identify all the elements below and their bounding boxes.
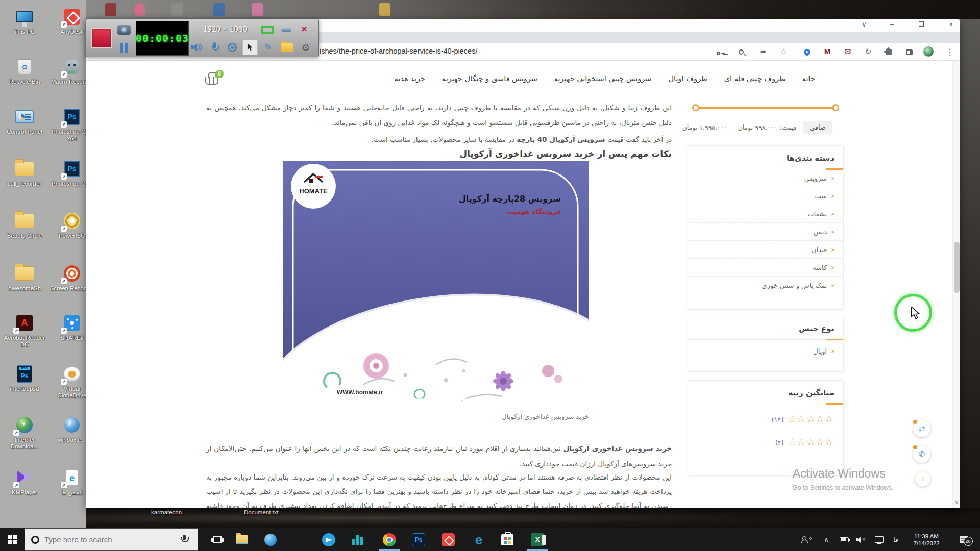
- url-text[interactable]: ishes/the-price-of-archopal-service-is-4…: [320, 47, 477, 55]
- tray-battery[interactable]: [836, 528, 852, 551]
- taskbar-edge[interactable]: e: [467, 528, 491, 551]
- page-scrollbar[interactable]: ∨: [952, 61, 960, 508]
- extension-pin-icon[interactable]: [801, 47, 813, 57]
- rating-row-4-stars[interactable]: ☆☆☆☆☆ (۴): [688, 431, 843, 454]
- desktop-icon-idm[interactable]: ↗ Internet Downloa...: [2, 414, 47, 450]
- side-panel-icon[interactable]: [903, 47, 915, 57]
- nav-item-gift[interactable]: خرید هدیه: [395, 74, 425, 83]
- star-icon: ☆: [806, 414, 816, 424]
- nav-item-bone-china[interactable]: سرویس چینی استخوانی جهیزیه: [554, 74, 652, 83]
- task-view-button[interactable]: [205, 528, 230, 551]
- product-image[interactable]: HOMATE سرویس 28پارچه آرکوپال فروشگاه هوم…: [283, 161, 589, 408]
- recording-resolution: 980 × 551: [194, 24, 256, 34]
- desktop-icon-beauty-circle[interactable]: Beauty Circle: [2, 210, 47, 239]
- notification-center-button[interactable]: 20: [952, 528, 975, 551]
- tray-network[interactable]: [871, 528, 887, 551]
- open-folder-button[interactable]: [278, 40, 296, 55]
- tray-language[interactable]: فا: [888, 528, 903, 551]
- browser-menu-icon[interactable]: ⋮: [944, 47, 955, 57]
- category-item-bowl[interactable]: ‹کاسه: [688, 259, 843, 277]
- taskbar-telegram[interactable]: [316, 528, 341, 551]
- nav-item-bulk-china[interactable]: ظروف چینی فله ای: [724, 74, 786, 83]
- tray-volume[interactable]: ×: [853, 528, 870, 551]
- taskbar-file-explorer[interactable]: [230, 528, 254, 551]
- filter-button[interactable]: صافی: [803, 121, 832, 134]
- nav-item-spoon-fork[interactable]: سرویس قاشق و چنگال جهیزیه: [442, 74, 537, 83]
- support-widget-button[interactable]: ✆: [913, 445, 930, 463]
- region-select-button[interactable]: [259, 22, 276, 37]
- category-item-service[interactable]: ‹سرویس: [688, 169, 843, 187]
- nav-item-opal[interactable]: ظروف اوپال: [669, 74, 707, 83]
- people-icon: [801, 536, 812, 543]
- microphone-toggle-button[interactable]: [207, 40, 222, 55]
- zoom-out-icon[interactable]: [736, 47, 747, 57]
- material-item-opal[interactable]: ‹اوپال: [688, 340, 843, 360]
- desktop-icon-interfat-psd[interactable]: Ps interfat.psd: [2, 363, 47, 392]
- speaker-toggle-button[interactable]: )): [187, 40, 205, 55]
- maximize-button[interactable]: [914, 20, 929, 28]
- desktop-icon-acrobat[interactable]: A↗ Acrobat Reader DC: [2, 312, 47, 348]
- minimize-button[interactable]: –: [884, 20, 899, 28]
- desktop-icon-call-recorder[interactable]: call_recorder: [2, 158, 47, 187]
- category-item-plate[interactable]: ‹بشقاب: [688, 205, 843, 223]
- slider-handle-max[interactable]: [832, 104, 839, 111]
- taskbar-search[interactable]: [24, 528, 198, 551]
- taskbar-chrome[interactable]: [377, 528, 402, 551]
- desktop-icon-control-panel[interactable]: Control Panel: [2, 106, 47, 135]
- desktop-icon-kmplayer[interactable]: ↗ KMPlayer: [2, 467, 47, 496]
- close-button[interactable]: ×: [943, 20, 959, 28]
- cart-button[interactable]: 0: [204, 72, 222, 88]
- webcam-toggle-button[interactable]: [224, 40, 240, 55]
- category-item-sugar-bowl[interactable]: ‹قندان: [688, 241, 843, 259]
- recorder-minimize-button[interactable]: [278, 22, 295, 37]
- cursor-tool-button[interactable]: [242, 40, 258, 55]
- extension-m-icon[interactable]: M: [822, 47, 833, 57]
- start-button[interactable]: [0, 528, 24, 551]
- desktop-icon-recycle-bin[interactable]: ♻ Recycle Bin: [2, 56, 47, 85]
- tray-people-button[interactable]: [796, 528, 817, 551]
- slider-handle-min[interactable]: [692, 104, 699, 111]
- chevron-left-icon: ‹: [831, 210, 834, 218]
- taskbar-photoshop[interactable]: Ps: [406, 528, 431, 551]
- pause-recording-button[interactable]: [115, 40, 133, 56]
- profile-avatar[interactable]: [923, 46, 934, 57]
- search-input[interactable]: [44, 535, 167, 544]
- scroll-to-top-button[interactable]: ↑: [915, 471, 930, 487]
- taskbar-anydesk[interactable]: [436, 528, 460, 551]
- price-range-slider[interactable]: [696, 107, 836, 109]
- bookmark-star-icon[interactable]: ☆: [778, 47, 789, 57]
- star-icon: ☆: [788, 437, 797, 447]
- annotate-pencil-button[interactable]: ✎: [260, 40, 276, 55]
- desktop-label-document-txt[interactable]: Document.txt: [244, 509, 279, 515]
- rating-row-5-stars[interactable]: ☆☆☆☆☆ (۱۴): [688, 408, 843, 431]
- tray-clock[interactable]: 11:39 AM7/14/2022: [904, 528, 948, 551]
- category-item-dish[interactable]: ‹دیس: [688, 223, 843, 241]
- network-icon: [875, 536, 884, 543]
- minimize-icon: [281, 28, 291, 32]
- stop-recording-button[interactable]: [91, 28, 112, 48]
- desktop-icon-this-pc[interactable]: This PC: [2, 6, 47, 35]
- desktop-icon-awesomesh[interactable]: AwesomeSh: [2, 263, 47, 292]
- share-icon[interactable]: ➦: [757, 47, 769, 57]
- recorder-settings-button[interactable]: ⚙: [298, 40, 314, 55]
- password-key-icon[interactable]: [713, 47, 724, 57]
- nav-item-home[interactable]: خانه: [802, 74, 815, 83]
- category-item-set[interactable]: ‹ست: [688, 187, 843, 205]
- taskbar-store[interactable]: [495, 528, 520, 551]
- taskbar-excel[interactable]: X: [525, 528, 550, 551]
- category-item-salt-sauce[interactable]: ‹نمک پاش و سس خوری: [688, 277, 843, 294]
- extension-sync-icon[interactable]: ↻: [863, 47, 874, 57]
- taskbar-app-buildings[interactable]: [345, 528, 370, 551]
- screenshot-camera-button[interactable]: [115, 21, 133, 38]
- desktop-label-karmatech[interactable]: karmatechn...: [151, 509, 187, 515]
- extensions-puzzle-icon[interactable]: [883, 47, 894, 57]
- search-mic-icon[interactable]: [181, 535, 187, 545]
- tray-show-hidden-icons[interactable]: ∧: [819, 528, 834, 551]
- chat-widget-button[interactable]: ⇄: [913, 420, 930, 437]
- scrollbar-down-arrow[interactable]: ∨: [953, 499, 960, 506]
- extension-mail-icon[interactable]: ✉: [842, 47, 853, 57]
- scrollbar-thumb[interactable]: [954, 242, 960, 293]
- recorder-close-button[interactable]: ×: [297, 22, 312, 36]
- taskbar-app-blue[interactable]: [258, 528, 283, 551]
- window-menu-chevron-icon[interactable]: ∨: [856, 20, 872, 28]
